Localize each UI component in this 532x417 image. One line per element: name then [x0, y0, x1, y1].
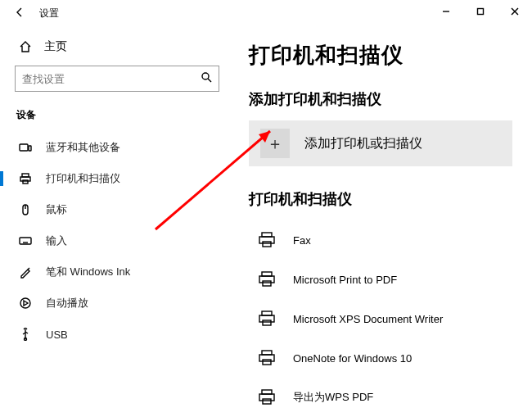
- page-heading: 打印机和扫描仪: [249, 41, 512, 70]
- minimize-button[interactable]: [429, 0, 463, 23]
- sidebar-item-label: 打印机和扫描仪: [46, 171, 120, 186]
- sidebar-item-label: 自动播放: [46, 296, 88, 310]
- add-section-heading: 添加打印机和扫描仪: [249, 89, 512, 109]
- back-button[interactable]: [7, 7, 33, 20]
- home-icon: [18, 39, 33, 54]
- printer-icon: [255, 268, 278, 291]
- add-printer-label: 添加打印机或扫描仪: [304, 135, 422, 152]
- sidebar-item-pen[interactable]: 笔和 Windows Ink: [15, 256, 219, 288]
- sidebar-item-label: 输入: [46, 233, 67, 248]
- list-heading: 打印机和扫描仪: [249, 189, 512, 209]
- printer-item[interactable]: OneNote for Windows 10: [249, 338, 512, 378]
- svg-rect-7: [29, 146, 31, 151]
- svg-rect-35: [263, 399, 271, 404]
- svg-rect-22: [259, 237, 274, 243]
- printer-label: Microsoft Print to PDF: [293, 274, 397, 286]
- svg-rect-27: [262, 311, 272, 315]
- printer-item[interactable]: Fax: [249, 220, 512, 260]
- window-controls: [429, 0, 532, 23]
- printer-icon: [255, 347, 278, 369]
- pen-icon: [18, 265, 33, 279]
- autoplay-icon: [18, 296, 33, 310]
- home-label: 主页: [44, 39, 67, 54]
- keyboard-icon: [18, 233, 33, 248]
- printer-icon: [255, 229, 278, 252]
- printer-label: OneNote for Windows 10: [293, 352, 412, 365]
- svg-rect-32: [263, 360, 271, 365]
- sidebar-item-label: 鼠标: [46, 202, 67, 217]
- devices-icon: [18, 140, 33, 155]
- svg-rect-31: [259, 355, 274, 361]
- printer-item[interactable]: Microsoft XPS Document Writer: [249, 299, 512, 338]
- close-button[interactable]: [498, 0, 532, 23]
- group-header: 设备: [16, 108, 219, 122]
- sidebar-item-autoplay[interactable]: 自动播放: [15, 288, 219, 319]
- mouse-icon: [18, 202, 33, 217]
- plus-icon: ＋: [260, 129, 290, 158]
- sidebar: 主页 设备 蓝牙和其他设备 打印机和扫描仪 鼠标: [0, 26, 229, 417]
- usb-icon: [18, 327, 33, 342]
- printer-label: Fax: [293, 234, 311, 247]
- sidebar-item-label: 笔和 Windows Ink: [46, 265, 130, 279]
- svg-rect-26: [263, 281, 271, 286]
- search-input[interactable]: [22, 73, 201, 85]
- search-icon: [201, 71, 212, 86]
- svg-rect-33: [262, 390, 272, 394]
- printer-icon: [255, 307, 278, 330]
- main-content: 打印机和扫描仪 添加打印机和扫描仪 ＋ 添加打印机或扫描仪 打印机和扫描仪 Fa…: [229, 26, 532, 417]
- sidebar-item-typing[interactable]: 输入: [15, 225, 219, 256]
- svg-rect-30: [262, 351, 272, 355]
- svg-rect-28: [259, 315, 274, 322]
- svg-rect-29: [263, 320, 271, 325]
- sidebar-item-label: 蓝牙和其他设备: [46, 140, 120, 155]
- svg-rect-6: [20, 144, 28, 151]
- svg-line-5: [208, 79, 211, 82]
- svg-rect-25: [259, 276, 274, 283]
- sidebar-item-bluetooth[interactable]: 蓝牙和其他设备: [15, 132, 219, 163]
- sidebar-item-mouse[interactable]: 鼠标: [15, 194, 219, 225]
- svg-rect-10: [23, 180, 28, 184]
- printer-icon: [255, 386, 278, 409]
- sidebar-item-usb[interactable]: USB: [15, 319, 219, 350]
- printer-label: Microsoft XPS Document Writer: [293, 313, 443, 325]
- svg-rect-24: [262, 272, 272, 276]
- printer-item[interactable]: 导出为WPS PDF: [249, 378, 512, 417]
- printer-item[interactable]: Microsoft Print to PDF: [249, 260, 512, 299]
- svg-rect-21: [262, 233, 272, 237]
- home-nav[interactable]: 主页: [15, 33, 219, 66]
- add-printer-button[interactable]: ＋ 添加打印机或扫描仪: [249, 120, 512, 166]
- svg-rect-13: [20, 238, 31, 244]
- printer-label: 导出为WPS PDF: [293, 390, 373, 405]
- svg-rect-23: [263, 242, 271, 247]
- search-box[interactable]: [15, 66, 219, 92]
- svg-point-4: [202, 73, 209, 79]
- titlebar: 设置: [0, 0, 532, 26]
- printer-icon: [18, 171, 33, 186]
- sidebar-item-printers[interactable]: 打印机和扫描仪: [15, 163, 219, 194]
- svg-rect-1: [478, 9, 484, 15]
- sidebar-item-label: USB: [46, 329, 68, 341]
- app-title: 设置: [39, 7, 59, 20]
- svg-rect-34: [259, 394, 274, 401]
- maximize-button[interactable]: [463, 0, 498, 23]
